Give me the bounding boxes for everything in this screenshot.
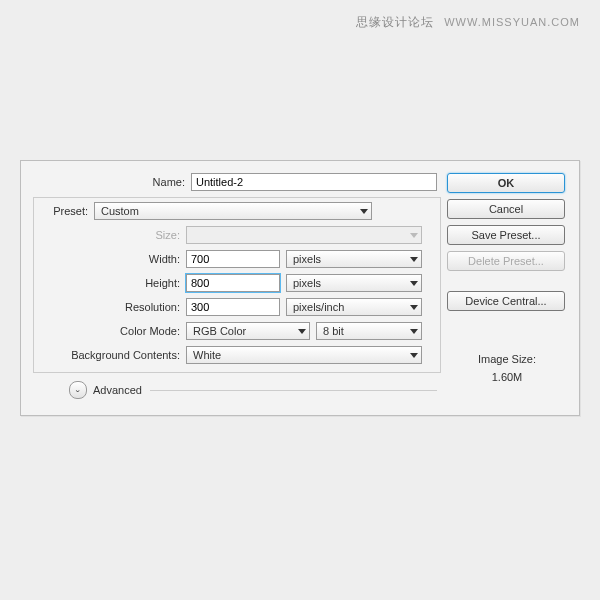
preset-select[interactable]: Custom <box>94 202 372 220</box>
watermark: 思缘设计论坛 WWW.MISSYUAN.COM <box>356 14 580 31</box>
image-size-label: Image Size: <box>447 353 567 365</box>
chevron-down-icon <box>410 233 418 238</box>
height-label: Height: <box>42 277 186 289</box>
width-unit-value: pixels <box>293 253 321 265</box>
height-unit-value: pixels <box>293 277 321 289</box>
watermark-cn: 思缘设计论坛 <box>356 15 434 29</box>
chevron-down-icon: ⌄ <box>74 386 82 394</box>
delete-preset-button: Delete Preset... <box>447 251 565 271</box>
save-preset-button[interactable]: Save Preset... <box>447 225 565 245</box>
bgcontents-label: Background Contents: <box>42 349 186 361</box>
width-label: Width: <box>42 253 186 265</box>
preset-label: Preset: <box>42 205 94 217</box>
chevron-down-icon <box>410 305 418 310</box>
resolution-unit-value: pixels/inch <box>293 301 344 313</box>
dialog-left-area: Name: Preset: Custom Size: Width: <box>33 173 441 399</box>
width-input[interactable] <box>186 250 280 268</box>
chevron-down-icon <box>410 329 418 334</box>
chevron-down-icon <box>410 353 418 358</box>
resolution-unit-select[interactable]: pixels/inch <box>286 298 422 316</box>
cancel-button[interactable]: Cancel <box>447 199 565 219</box>
name-label: Name: <box>33 176 191 188</box>
bitdepth-value: 8 bit <box>323 325 344 337</box>
chevron-down-icon <box>298 329 306 334</box>
preset-group: Preset: Custom Size: Width: pixels <box>33 197 441 373</box>
image-size-value: 1.60M <box>447 371 567 383</box>
new-document-dialog: Name: Preset: Custom Size: Width: <box>20 160 580 416</box>
size-label: Size: <box>42 229 186 241</box>
colormode-select[interactable]: RGB Color <box>186 322 310 340</box>
chevron-down-icon <box>360 209 368 214</box>
ok-button[interactable]: OK <box>447 173 565 193</box>
resolution-label: Resolution: <box>42 301 186 313</box>
name-input[interactable] <box>191 173 437 191</box>
dialog-right-area: OK Cancel Save Preset... Delete Preset..… <box>447 173 567 383</box>
advanced-label: Advanced <box>93 384 142 396</box>
width-unit-select[interactable]: pixels <box>286 250 422 268</box>
height-unit-select[interactable]: pixels <box>286 274 422 292</box>
image-size-block: Image Size: 1.60M <box>447 353 567 383</box>
resolution-input[interactable] <box>186 298 280 316</box>
colormode-value: RGB Color <box>193 325 246 337</box>
colormode-label: Color Mode: <box>42 325 186 337</box>
watermark-url: WWW.MISSYUAN.COM <box>444 16 580 28</box>
advanced-toggle[interactable]: ⌄ <box>69 381 87 399</box>
size-select <box>186 226 422 244</box>
bgcontents-value: White <box>193 349 221 361</box>
chevron-down-icon <box>410 257 418 262</box>
chevron-down-icon <box>410 281 418 286</box>
bgcontents-select[interactable]: White <box>186 346 422 364</box>
divider <box>150 390 437 391</box>
preset-value: Custom <box>101 205 139 217</box>
bitdepth-select[interactable]: 8 bit <box>316 322 422 340</box>
advanced-row: ⌄ Advanced <box>33 381 441 399</box>
device-central-button[interactable]: Device Central... <box>447 291 565 311</box>
height-input[interactable] <box>186 274 280 292</box>
